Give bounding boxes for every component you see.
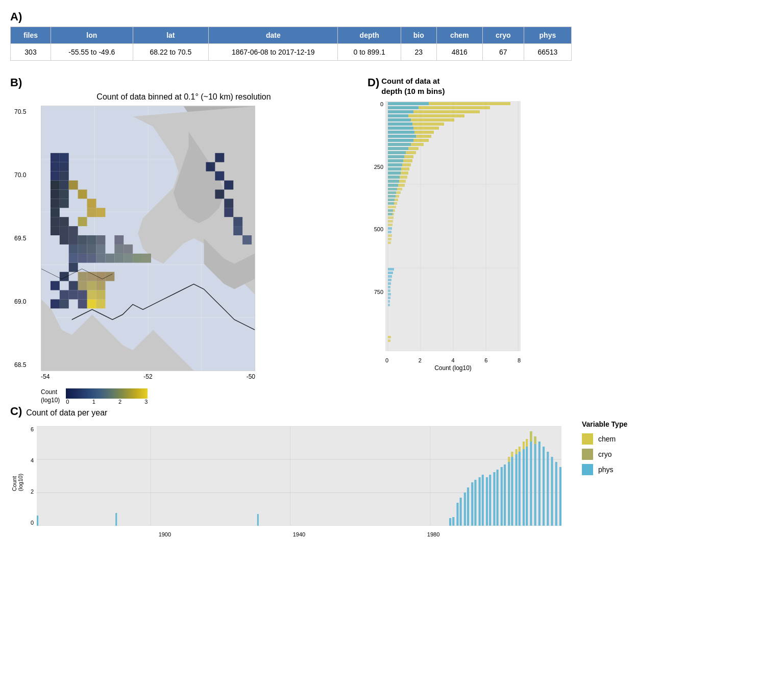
svg-rect-30 xyxy=(78,254,87,263)
svg-rect-62 xyxy=(60,153,69,162)
svg-rect-109 xyxy=(388,135,416,138)
svg-rect-39 xyxy=(78,244,87,254)
svg-rect-156 xyxy=(388,241,391,244)
chem-label: chem xyxy=(598,435,616,443)
svg-rect-93 xyxy=(388,102,429,105)
map-svg xyxy=(41,106,255,371)
table-row: 303 -55.55 to -49.6 68.22 to 70.5 1867-0… xyxy=(11,44,572,61)
svg-rect-56 xyxy=(51,199,60,208)
section-d-title: Count of data atdepth (10 m bins) xyxy=(381,76,445,96)
svg-rect-59 xyxy=(51,172,60,181)
svg-rect-111 xyxy=(388,139,413,142)
depth-chart-inner xyxy=(385,101,521,351)
svg-rect-168 xyxy=(388,336,391,338)
svg-rect-26 xyxy=(69,290,78,300)
svg-rect-208 xyxy=(530,431,532,526)
svg-rect-152 xyxy=(388,227,392,230)
legend-item-phys: phys xyxy=(582,464,653,475)
svg-rect-182 xyxy=(456,503,458,526)
svg-rect-11 xyxy=(96,290,105,300)
x-label-52: -52 xyxy=(143,373,152,380)
map-y-axis: 70.5 70.0 69.5 69.0 68.5 xyxy=(14,106,26,371)
section-a-label: A) xyxy=(10,10,774,23)
svg-rect-133 xyxy=(388,184,398,187)
svg-rect-97 xyxy=(388,110,413,113)
svg-rect-163 xyxy=(388,289,390,292)
cell-chem: 4816 xyxy=(436,44,482,61)
section-c: C) Count of data per year Count(log10) 6… xyxy=(10,405,572,544)
svg-rect-25 xyxy=(60,290,69,300)
section-c-header: C) Count of data per year xyxy=(10,405,572,421)
svg-rect-16 xyxy=(87,272,96,281)
y-label-695: 69.5 xyxy=(14,235,26,242)
col-lat: lat xyxy=(133,27,209,44)
svg-rect-135 xyxy=(388,188,397,190)
depth-x-label: Count (log10) xyxy=(385,364,521,372)
svg-rect-214 xyxy=(547,452,549,526)
svg-rect-199 xyxy=(519,452,521,526)
svg-rect-57 xyxy=(51,189,60,199)
svg-rect-127 xyxy=(388,172,401,175)
var-legend-title: Variable Type xyxy=(582,420,653,428)
svg-rect-76 xyxy=(233,226,242,235)
svg-rect-211 xyxy=(534,436,536,444)
svg-rect-78 xyxy=(69,181,78,190)
cell-lat: 68.22 to 70.5 xyxy=(133,44,209,61)
svg-rect-52 xyxy=(69,226,78,235)
svg-rect-38 xyxy=(69,244,78,254)
svg-rect-83 xyxy=(78,217,87,226)
svg-rect-215 xyxy=(551,457,553,526)
svg-rect-37 xyxy=(142,254,151,263)
svg-rect-206 xyxy=(523,442,525,449)
svg-rect-47 xyxy=(87,235,96,244)
svg-rect-19 xyxy=(51,299,60,308)
cell-phys: 66513 xyxy=(524,44,571,61)
svg-rect-28 xyxy=(78,299,87,308)
svg-rect-212 xyxy=(538,442,541,526)
svg-rect-217 xyxy=(559,467,561,526)
svg-rect-184 xyxy=(464,493,466,526)
svg-rect-203 xyxy=(511,452,513,457)
svg-rect-65 xyxy=(60,181,69,190)
svg-rect-101 xyxy=(388,118,411,121)
svg-rect-12 xyxy=(87,281,96,290)
col-chem: chem xyxy=(436,27,482,44)
svg-rect-34 xyxy=(114,254,124,263)
svg-rect-18 xyxy=(105,272,114,281)
svg-rect-73 xyxy=(224,199,233,208)
chem-color-box xyxy=(582,433,593,445)
svg-rect-179 xyxy=(257,514,259,526)
svg-rect-103 xyxy=(388,122,412,126)
svg-rect-209 xyxy=(530,431,532,442)
svg-rect-43 xyxy=(124,244,133,254)
svg-rect-29 xyxy=(69,254,78,263)
svg-rect-72 xyxy=(215,189,224,199)
legend-item-cryo: cryo xyxy=(582,449,653,460)
svg-rect-160 xyxy=(388,279,391,281)
svg-rect-60 xyxy=(51,162,60,172)
svg-rect-194 xyxy=(501,467,503,526)
svg-rect-54 xyxy=(60,217,69,226)
x-label-54: -54 xyxy=(41,373,50,380)
svg-rect-42 xyxy=(114,244,124,254)
section-a: A) files lon lat date depth bio chem cry… xyxy=(10,10,774,61)
x-label-50: -50 xyxy=(247,373,255,380)
svg-rect-143 xyxy=(388,202,394,205)
svg-rect-159 xyxy=(388,275,392,278)
svg-rect-113 xyxy=(388,143,411,146)
svg-rect-189 xyxy=(482,475,484,526)
cell-lon: -55.55 to -49.6 xyxy=(51,44,133,61)
svg-rect-55 xyxy=(51,208,60,217)
legend-item-chem: chem xyxy=(582,433,653,445)
svg-rect-61 xyxy=(51,153,60,162)
y-label-705: 70.5 xyxy=(14,108,26,115)
svg-rect-195 xyxy=(504,464,506,526)
svg-rect-22 xyxy=(69,263,78,272)
svg-rect-68 xyxy=(215,153,224,162)
svg-rect-49 xyxy=(114,235,124,244)
col-date: date xyxy=(209,27,338,44)
svg-rect-154 xyxy=(388,234,392,237)
col-phys: phys xyxy=(524,27,571,44)
svg-rect-181 xyxy=(452,517,454,526)
summary-table: files lon lat date depth bio chem cryo p… xyxy=(10,27,572,61)
